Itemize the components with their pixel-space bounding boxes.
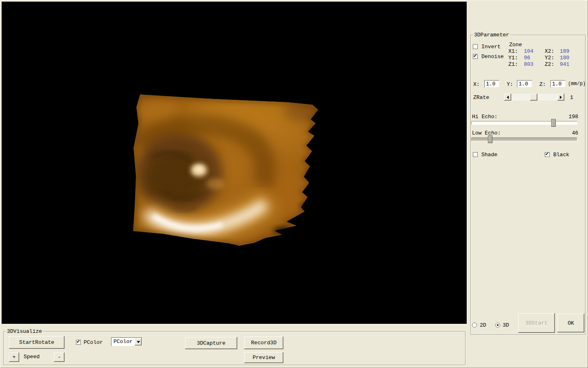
pcolor-checkbox[interactable] [76,340,81,345]
speed-minus-button[interactable]: - [54,352,65,362]
mode-2d-label: 2D [480,322,486,328]
zone-z2-value: 941 [560,61,569,67]
preview-button[interactable]: Preview [244,352,283,363]
invert-label: Invert [481,44,501,50]
mode-3d-radio[interactable] [495,323,500,328]
x-scale-input[interactable] [484,80,499,88]
zrate-scrollbar[interactable] [504,94,564,101]
pcolor-dropdown-arrow-button[interactable] [135,338,142,346]
3dcapture-button[interactable]: 3DCapture [185,337,237,349]
hi-echo-thumb[interactable] [551,119,556,127]
zone-x2-value: 189 [560,48,569,54]
invert-checkbox[interactable] [473,44,478,49]
pcolor-label: PColor [84,339,103,346]
shade-checkbox[interactable] [473,152,478,157]
z-scale-input[interactable] [550,80,566,88]
zone-x1-label: X1: [508,48,518,54]
zone-title: Zone [509,42,522,48]
zone-x2-label: X2: [545,48,554,54]
zrate-label: ZRate [473,94,489,101]
zone-z1-label: Z1: [508,61,518,67]
3dstart-button[interactable]: 3DStart [518,313,555,333]
mode-2d-radio[interactable] [472,323,477,328]
record3d-button[interactable]: Record3D [244,337,283,349]
pcolor-dropdown[interactable]: PColor [111,337,143,346]
z-scale-label: Z: [539,81,546,88]
zrate-left-arrow-button[interactable] [504,94,511,101]
speed-label: Speed [24,354,40,360]
3dparameter-panel: 3DParameter Invert Denoise Zone X1: 104 … [470,35,586,335]
mode-3d-label: 3D [503,322,509,328]
3d-render-viewport[interactable] [2,2,467,324]
denoise-checkbox[interactable] [473,54,478,59]
3dvisualize-title: 3DVisualize [6,328,43,334]
zone-y1-value: 96 [524,55,530,61]
3dvisualize-panel: 3DVisualize StartRotate + Speed - PColor… [3,331,466,365]
shade-label: Shade [481,152,497,158]
zone-y1-label: Y1: [508,55,518,61]
zone-z1-value: 803 [524,61,533,67]
denoise-label: Denoise [481,54,504,60]
zone-y2-value: 180 [560,55,569,61]
chevron-down-icon [137,341,140,345]
zone-y2-label: Y2: [545,55,554,61]
application-window: 3DParameter Invert Denoise Zone X1: 104 … [0,0,588,368]
x-scale-label: X: [473,81,480,88]
zone-z2-label: Z2: [545,61,554,67]
zrate-thumb[interactable] [530,94,537,101]
arrow-left-icon [505,96,509,99]
zone-x1-value: 104 [524,48,533,54]
ok-button[interactable]: OK [557,314,584,332]
3dparameter-title: 3DParameter [473,32,510,38]
pcolor-dropdown-value: PColor [114,339,133,345]
arrow-right-icon [560,96,564,99]
zrate-value: 1 [570,94,573,101]
y-scale-input[interactable] [517,80,532,88]
start-rotate-button[interactable]: StartRotate [9,336,65,349]
scale-unit-label: (mm/p) [568,81,586,87]
low-echo-slider[interactable] [471,135,577,144]
zrate-right-arrow-button[interactable] [557,94,564,101]
hi-echo-slider[interactable] [471,119,577,127]
ultrasound-volume-render [2,2,467,324]
speed-plus-button[interactable]: + [9,352,19,362]
black-label: Black [553,152,569,158]
y-scale-label: Y: [507,81,513,88]
black-checkbox[interactable] [545,152,550,157]
low-echo-thumb[interactable] [488,135,492,143]
low-echo-track[interactable] [471,137,577,141]
hi-echo-track[interactable] [471,121,577,125]
